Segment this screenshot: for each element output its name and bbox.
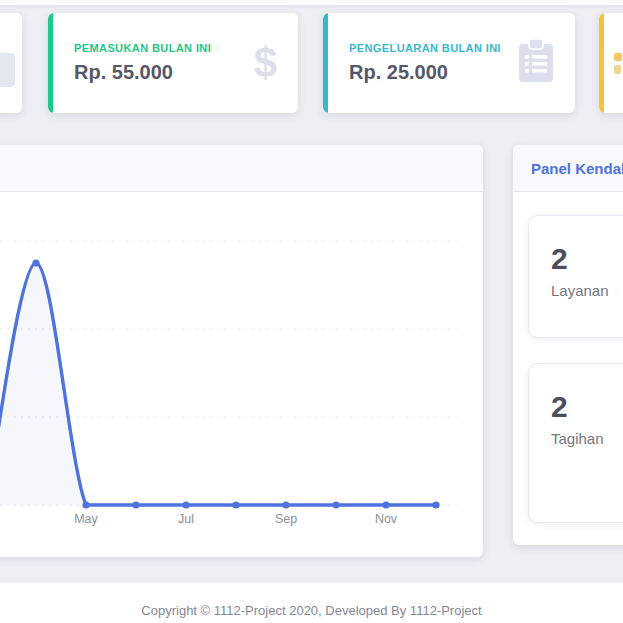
stat-card-partial-right [599, 13, 623, 113]
svg-text:May: May [74, 512, 98, 526]
dollar-icon: $ [254, 42, 277, 84]
svg-text:Nov: Nov [375, 512, 398, 526]
panel-item-tagihan[interactable]: 2 Tagihan [528, 363, 623, 523]
layanan-count: 2 [551, 242, 623, 275]
line-chart-svg: MayJulSepNov [0, 192, 483, 557]
copyright-text: Copyright © 1112-Project 2020, Developed… [0, 583, 623, 618]
svg-text:Sep: Sep [275, 512, 297, 526]
page-footer: Copyright © 1112-Project 2020, Developed… [0, 583, 623, 623]
panel-header: Panel Kendali [513, 145, 623, 192]
stat-card-partial-left [0, 13, 22, 113]
tagihan-label: Tagihan [551, 430, 623, 447]
partial-icon [0, 53, 15, 87]
line-chart: MayJulSepNov [0, 192, 483, 557]
dashboard-page: PEMASUKAN BULAN INI Rp. 55.000 $ PENGELU… [0, 0, 623, 623]
panel-kendali-card: Panel Kendali 2 Layanan 2 Tagihan [513, 145, 623, 545]
svg-text:Jul: Jul [178, 512, 194, 526]
accent-bar-yellow [599, 13, 604, 113]
partial-label-sliver [614, 53, 622, 61]
layanan-label: Layanan [551, 282, 623, 299]
clipboard-list-icon [518, 39, 554, 87]
tagihan-count: 2 [551, 390, 623, 423]
stat-card-pemasukan: PEMASUKAN BULAN INI Rp. 55.000 $ [48, 13, 298, 113]
stat-value: Rp. 55.000 [74, 61, 278, 84]
stat-card-pengeluaran: PENGELUARAN BULAN INI Rp. 25.000 [323, 13, 575, 113]
chart-card-header [0, 145, 483, 192]
partial-value-sliver [614, 65, 621, 74]
chart-card: MayJulSepNov [0, 145, 483, 557]
stat-label: PEMASUKAN BULAN INI [74, 42, 278, 54]
panel-item-layanan[interactable]: 2 Layanan [528, 215, 623, 338]
topbar-bottom-edge [0, 0, 623, 5]
panel-title: Panel Kendali [531, 160, 623, 177]
